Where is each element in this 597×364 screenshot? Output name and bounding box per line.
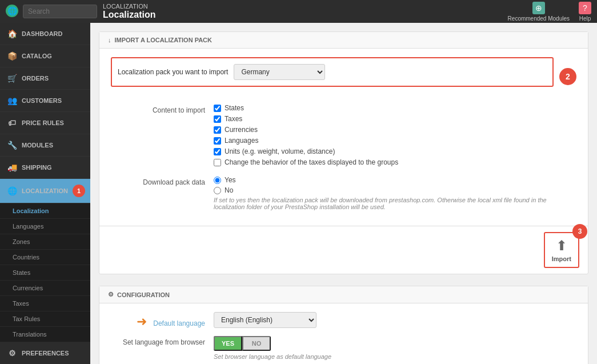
download-options: Yes No If set to yes then the localizati… xyxy=(214,176,576,210)
sidebar-item-label: PRICE RULES xyxy=(22,119,64,126)
default-language-row: ➜ Default language English (English) Fra… xyxy=(111,312,576,329)
sidebar-item-shipping[interactable]: 🚚 SHIPPING xyxy=(0,157,90,179)
sidebar-item-catalog[interactable]: 📦 CATALOG xyxy=(0,45,90,67)
pack-label: Localization pack you want to import xyxy=(118,68,228,76)
price-rules-icon: 🏷 xyxy=(7,118,17,128)
sidebar: 🏠 DASHBOARD 📦 CATALOG 🛒 ORDERS 👥 CUSTOME… xyxy=(0,23,90,364)
submenu-localization[interactable]: Localization xyxy=(0,203,90,219)
sidebar-item-modules[interactable]: 🔧 MODULES xyxy=(0,134,90,157)
main-content: ↓ IMPORT A LOCALIZATION PACK Localizatio… xyxy=(90,23,597,364)
help-label: Help xyxy=(579,15,591,22)
layout: 🏠 DASHBOARD 📦 CATALOG 🛒 ORDERS 👥 CUSTOME… xyxy=(0,23,597,364)
localization-icon: 🌐 xyxy=(7,186,17,196)
checkbox-states-input[interactable] xyxy=(214,105,221,112)
radio-no: No xyxy=(214,186,576,194)
language-hint: Set browser language as default language xyxy=(214,353,576,360)
checkbox-units-label: Units (e.g. weight, volume, distance) xyxy=(225,147,335,155)
sidebar-item-label: MODULES xyxy=(22,142,53,149)
topbar-left: 🌐 xyxy=(6,5,97,18)
sidebar-item-preferences[interactable]: ⚙ PREFERENCES xyxy=(0,342,90,364)
config-section: ⚙ CONFIGURATION ➜ Default language Engli… xyxy=(99,286,588,364)
import-button[interactable]: ⬆ Import xyxy=(544,232,579,268)
checkboxes-group: States Taxes Currencies Languages xyxy=(214,104,576,169)
sidebar-item-orders[interactable]: 🛒 ORDERS xyxy=(0,67,90,90)
default-language-text: Default language xyxy=(153,319,205,327)
submenu-taxes[interactable]: Taxes xyxy=(0,296,90,311)
page-subtitle: LOCALIZATION xyxy=(103,3,155,10)
catalog-icon: 📦 xyxy=(7,51,17,61)
help-icon: ? xyxy=(579,2,591,14)
import-btn-label: Import xyxy=(552,255,571,262)
set-language-label: Set language from browser xyxy=(111,336,214,346)
config-section-title: CONFIGURATION xyxy=(117,291,170,298)
default-language-label: ➜ Default language xyxy=(111,312,214,329)
localization-badge: 1 xyxy=(73,185,85,197)
help-btn[interactable]: ? Help xyxy=(579,2,591,22)
submenu-currencies[interactable]: Currencies xyxy=(0,281,90,296)
default-language-control: English (English) Français (French) Deut… xyxy=(214,312,576,328)
import-pack-row: Localization pack you want to import Ger… xyxy=(111,57,554,87)
content-label: Content to import xyxy=(111,104,214,114)
checkbox-units: Units (e.g. weight, volume, distance) xyxy=(214,147,576,155)
radio-yes-label: Yes xyxy=(225,176,236,184)
toggle-yes-btn[interactable]: YES xyxy=(214,336,242,351)
import-btn-area: ⬆ Import 3 xyxy=(99,226,588,274)
sidebar-item-label: CUSTOMERS xyxy=(22,97,62,104)
radio-no-label: No xyxy=(225,186,233,194)
sidebar-item-localization[interactable]: 🌐 LOCALIZATION 1 xyxy=(0,179,90,203)
checkbox-units-input[interactable] xyxy=(214,148,221,155)
submenu-translations[interactable]: Translations xyxy=(0,327,90,342)
dashboard-icon: 🏠 xyxy=(7,29,17,39)
submenu-countries[interactable]: Countries xyxy=(0,250,90,265)
globe-icon: 🌐 xyxy=(6,5,18,17)
content-to-import-row: Content to import States Taxes Curren xyxy=(111,104,576,169)
checkbox-change-taxes-label: Change the behavior of the taxes display… xyxy=(225,158,398,166)
sidebar-item-customers[interactable]: 👥 CUSTOMERS xyxy=(0,90,90,112)
import-section-body: Localization pack you want to import Ger… xyxy=(99,49,588,226)
import-section: ↓ IMPORT A LOCALIZATION PACK Localizatio… xyxy=(99,31,588,274)
checkbox-taxes-input[interactable] xyxy=(214,115,221,123)
checkbox-currencies: Currencies xyxy=(214,126,576,134)
checkbox-change-taxes: Change the behavior of the taxes display… xyxy=(214,158,576,166)
checkbox-currencies-label: Currencies xyxy=(225,126,258,134)
checkbox-states: States xyxy=(214,104,576,112)
download-label: Download pack data xyxy=(111,176,214,186)
default-language-select[interactable]: English (English) Français (French) Deut… xyxy=(214,312,316,328)
customers-icon: 👥 xyxy=(7,95,17,106)
sidebar-item-dashboard[interactable]: 🏠 DASHBOARD xyxy=(0,23,90,45)
pack-select[interactable]: Germany France Spain United States xyxy=(234,64,325,80)
sidebar-item-label: SHIPPING xyxy=(22,164,52,171)
import-section-header: ↓ IMPORT A LOCALIZATION PACK xyxy=(99,32,588,49)
submenu-languages[interactable]: Languages xyxy=(0,219,90,234)
submenu-tax-rules[interactable]: Tax Rules xyxy=(0,311,90,327)
submenu-zones[interactable]: Zones xyxy=(0,234,90,250)
sidebar-item-label: LOCALIZATION xyxy=(22,187,68,194)
sidebar-item-label: ORDERS xyxy=(22,75,49,82)
sidebar-item-price-rules[interactable]: 🏷 PRICE RULES xyxy=(0,112,90,134)
checkbox-languages-input[interactable] xyxy=(214,137,221,145)
submenu-states[interactable]: States xyxy=(0,265,90,281)
config-section-body: ➜ Default language English (English) Fra… xyxy=(99,303,588,364)
search-input[interactable] xyxy=(23,5,97,18)
shipping-icon: 🚚 xyxy=(7,162,17,173)
checkbox-change-taxes-input[interactable] xyxy=(214,159,221,166)
sidebar-item-label: CATALOG xyxy=(22,53,52,59)
checkbox-taxes: Taxes xyxy=(214,115,576,123)
upload-icon: ⬆ xyxy=(556,238,567,254)
import-icon: ↓ xyxy=(108,37,111,43)
recommended-modules-btn[interactable]: ⊕ Recommended Modules xyxy=(508,2,570,22)
radio-no-input[interactable] xyxy=(214,187,221,194)
modules-icon: ⊕ xyxy=(532,2,545,14)
radio-yes-input[interactable] xyxy=(214,177,221,184)
set-language-row: Set language from browser YES NO Set bro… xyxy=(111,336,576,360)
badge-3: 3 xyxy=(572,224,587,239)
checkbox-taxes-label: Taxes xyxy=(225,115,242,123)
radio-yes: Yes xyxy=(214,176,576,184)
toggle-no-btn[interactable]: NO xyxy=(242,336,271,351)
topbar-right: ⊕ Recommended Modules ? Help xyxy=(508,2,591,22)
orders-icon: 🛒 xyxy=(7,73,17,83)
toggle-language: YES NO xyxy=(214,336,271,351)
download-hint: If set to yes then the localization pack… xyxy=(214,197,576,210)
checkbox-currencies-input[interactable] xyxy=(214,126,221,134)
config-icon: ⚙ xyxy=(108,291,114,298)
